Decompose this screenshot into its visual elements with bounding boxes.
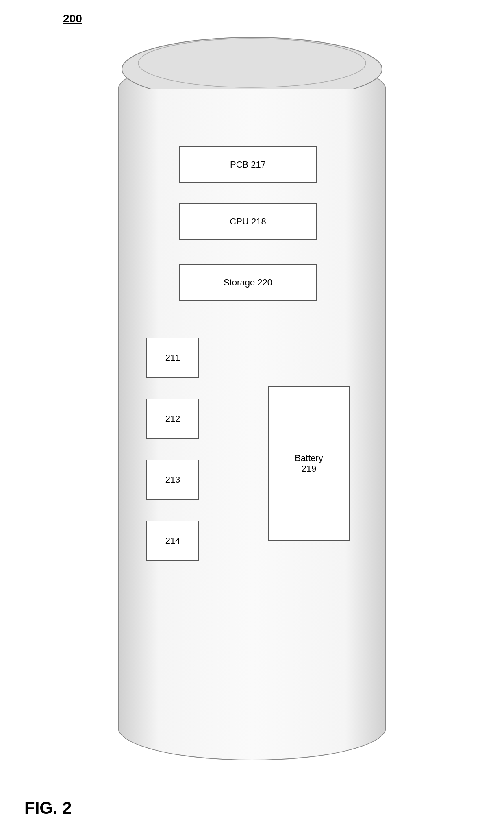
component-211-label: 211	[165, 353, 180, 363]
cylinder-top-cap	[118, 33, 386, 89]
component-211-box: 211	[146, 338, 199, 378]
figure-id-label: 200	[63, 12, 82, 25]
battery-label-1: Battery	[295, 453, 323, 464]
storage-box: Storage 220	[179, 264, 317, 301]
component-212-label: 212	[165, 414, 180, 424]
component-214-label: 214	[165, 536, 180, 546]
cylinder-device: PCB 217 CPU 218 Storage 220 211 212 213 …	[118, 33, 386, 773]
cpu-label: CPU 218	[230, 216, 266, 227]
page: 200 PCB 217 CPU 218 Storage 220 2	[0, 0, 504, 830]
storage-label: Storage 220	[224, 277, 272, 288]
component-213-label: 213	[165, 475, 180, 485]
component-213-box: 213	[146, 460, 199, 500]
pcb-box: PCB 217	[179, 146, 317, 183]
pcb-label: PCB 217	[230, 159, 266, 170]
component-214-box: 214	[146, 521, 199, 561]
cpu-box: CPU 218	[179, 203, 317, 240]
svg-point-0	[122, 37, 382, 89]
battery-box: Battery 219	[268, 386, 350, 541]
component-212-box: 212	[146, 399, 199, 439]
battery-label-2: 219	[302, 464, 317, 474]
figure-caption: FIG. 2	[24, 798, 72, 818]
